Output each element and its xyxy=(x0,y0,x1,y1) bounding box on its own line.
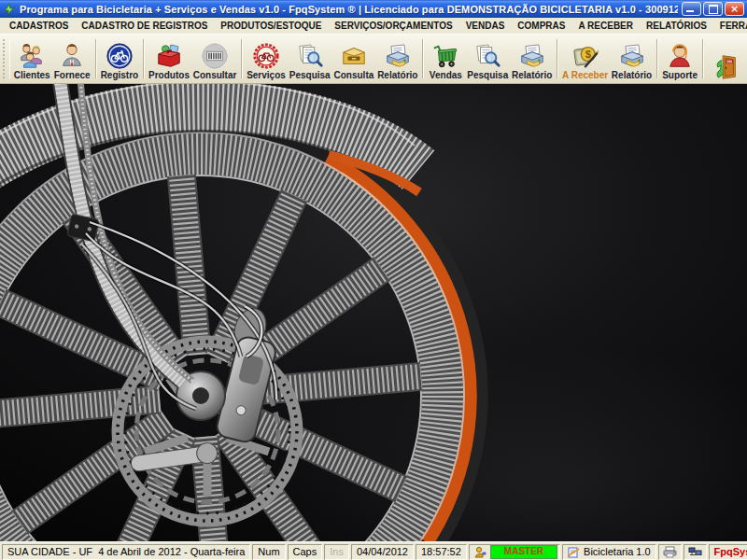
printer-status-icon xyxy=(663,546,677,558)
toolbar-separator xyxy=(241,39,242,78)
menu-produtos-estoque[interactable]: PRODUTOS/ESTOQUE xyxy=(214,21,328,31)
printer-icon xyxy=(518,42,546,70)
toolbar-separator xyxy=(557,39,557,78)
toolbar-button-label: Serviços xyxy=(247,70,286,80)
toolbar-button-label: A Receber xyxy=(562,70,608,80)
caps-lock-label: Caps xyxy=(293,546,317,557)
svg-text:$: $ xyxy=(585,49,591,60)
svg-text:EXIT: EXIT xyxy=(726,60,733,63)
money-receivable-icon: $ xyxy=(571,42,599,70)
toolbar-button-label: Consultar xyxy=(193,70,237,80)
toolbar-button-servicos[interactable]: Serviços xyxy=(245,35,288,82)
brand-text: FpqSystem xyxy=(714,546,747,557)
shopping-cart-icon xyxy=(431,42,459,70)
toolbar-button-clientes[interactable]: Clientes xyxy=(12,35,52,82)
status-location-text: SUA CIDADE - UF 4 de Abril de 2012 - Qua… xyxy=(7,546,245,557)
toolbar-separator xyxy=(95,39,96,78)
minimize-icon xyxy=(686,10,694,12)
toolbar-button-registro[interactable]: Registro xyxy=(99,35,141,82)
toolbar-button-label: Relatório xyxy=(377,70,417,80)
toolbar-button-consultar[interactable]: Consultar xyxy=(191,35,238,82)
toolbar-button-suporte[interactable]: Suporte xyxy=(660,35,699,82)
toolbar-button-sair[interactable]: EXIT xyxy=(706,35,745,82)
toolbar-button-label: Pesquisa xyxy=(289,70,331,80)
toolbar-button-produtos[interactable]: Produtos xyxy=(147,35,191,82)
printer-icon xyxy=(618,42,646,70)
toolbox-icon xyxy=(155,42,183,70)
menu-cadastros[interactable]: CADASTROS xyxy=(3,21,75,31)
toolbar-grip xyxy=(3,39,10,78)
logged-user-badge: MASTER xyxy=(490,545,557,559)
time-text: 18:57:52 xyxy=(421,546,461,557)
status-location-date: SUA CIDADE - UF 4 de Abril de 2012 - Qua… xyxy=(2,544,250,560)
close-button[interactable]: × xyxy=(725,2,744,16)
toolbar-button-label: Relatório xyxy=(512,70,552,80)
restore-button[interactable] xyxy=(703,2,723,16)
menu-servicos-orcamentos[interactable]: SERVIÇOS/ORÇAMENTOS xyxy=(328,21,458,31)
toolbar-button-label: Pesquisa xyxy=(467,70,508,80)
toolbar-button-consulta-servicos[interactable]: Consulta xyxy=(332,35,376,82)
user-key-icon xyxy=(474,546,486,558)
toolbar: Clientes Fornece Registro xyxy=(0,35,747,84)
toolbar-separator xyxy=(143,39,144,78)
toolbar-button-label: Fornece xyxy=(54,70,91,80)
menu-relatorios[interactable]: RELATÓRIOS xyxy=(640,21,713,31)
status-num-lock: Num xyxy=(252,544,285,560)
toolbar-separator xyxy=(422,39,423,78)
support-agent-icon xyxy=(666,42,694,70)
menu-ferramentas[interactable]: FERRAMENTAS xyxy=(713,21,747,31)
toolbar-button-label: Vendas xyxy=(430,70,462,80)
status-user: MASTER xyxy=(469,544,560,560)
status-brand: FpqSystem xyxy=(709,544,747,560)
status-network[interactable] xyxy=(684,544,707,560)
toolbar-button-relatorio-receber[interactable]: Relatório xyxy=(610,35,654,82)
menu-vendas[interactable]: VENDAS xyxy=(459,21,512,31)
barcode-badge-icon xyxy=(201,42,229,70)
titlebar: Programa para Bicicletaria + Serviços e … xyxy=(0,0,747,18)
bicycle-wheel-illustration xyxy=(0,84,747,541)
toolbar-button-pesquisa-vendas[interactable]: Pesquisa xyxy=(465,35,510,82)
toolbar-button-label: Suporte xyxy=(662,70,698,80)
toolbar-button-relatorio-vendas[interactable]: Relatório xyxy=(510,35,554,82)
app-logo-icon xyxy=(3,3,16,16)
toolbar-button-pesquisa-servicos[interactable]: Pesquisa xyxy=(288,35,332,82)
status-app-name: Bicicletaria 1.0 xyxy=(562,544,656,560)
supplier-person-icon xyxy=(58,42,86,70)
status-printer[interactable] xyxy=(658,544,682,560)
restore-icon xyxy=(709,5,718,14)
toolbar-button-vendas[interactable]: Vendas xyxy=(426,35,465,82)
search-docs-icon xyxy=(296,42,324,70)
menubar: CADASTROS CADASTRO DE REGISTROS PRODUTOS… xyxy=(0,18,747,35)
num-lock-label: Num xyxy=(258,546,279,557)
app-name-text: Bicicletaria 1.0 xyxy=(584,546,651,557)
main-canvas-bicycle-photo xyxy=(0,84,747,541)
window-controls: × xyxy=(682,2,744,16)
toolbar-button-fornecedores[interactable]: Fornece xyxy=(52,35,92,82)
service-gear-icon xyxy=(252,42,280,70)
statusbar: SUA CIDADE - UF 4 de Abril de 2012 - Qua… xyxy=(0,541,747,560)
status-insert-mode: Ins xyxy=(324,544,349,560)
toolbar-button-label: Produtos xyxy=(148,70,190,80)
toolbar-separator xyxy=(656,39,657,78)
minimize-button[interactable] xyxy=(682,2,701,16)
exit-door-icon: EXIT xyxy=(712,52,740,80)
network-status-icon xyxy=(688,546,702,558)
bike-badge-icon xyxy=(106,42,134,70)
app-window: Programa para Bicicletaria + Serviços e … xyxy=(0,0,747,560)
status-time: 18:57:52 xyxy=(416,544,467,560)
menu-cadastro-de-registros[interactable]: CADASTRO DE REGISTROS xyxy=(75,21,214,31)
toolbar-button-a-receber[interactable]: $ A Receber xyxy=(560,35,610,82)
toolbar-button-relatorio-servicos[interactable]: Relatório xyxy=(375,35,419,82)
date-text: 04/04/2012 xyxy=(357,546,408,557)
app-note-icon xyxy=(568,546,580,558)
toolbar-button-label: Clientes xyxy=(14,70,50,80)
toolbar-button-label: Registro xyxy=(101,70,139,80)
menu-a-receber[interactable]: A RECEBER xyxy=(571,21,640,31)
menu-compras[interactable]: COMPRAS xyxy=(511,21,571,31)
status-date: 04/04/2012 xyxy=(351,544,414,560)
window-title: Programa para Bicicletaria + Serviços e … xyxy=(20,4,678,15)
search-docs-icon xyxy=(473,42,501,70)
toolbar-button-label: Relatório xyxy=(612,70,652,80)
close-icon: × xyxy=(730,4,739,14)
insert-label: Ins xyxy=(330,546,344,557)
